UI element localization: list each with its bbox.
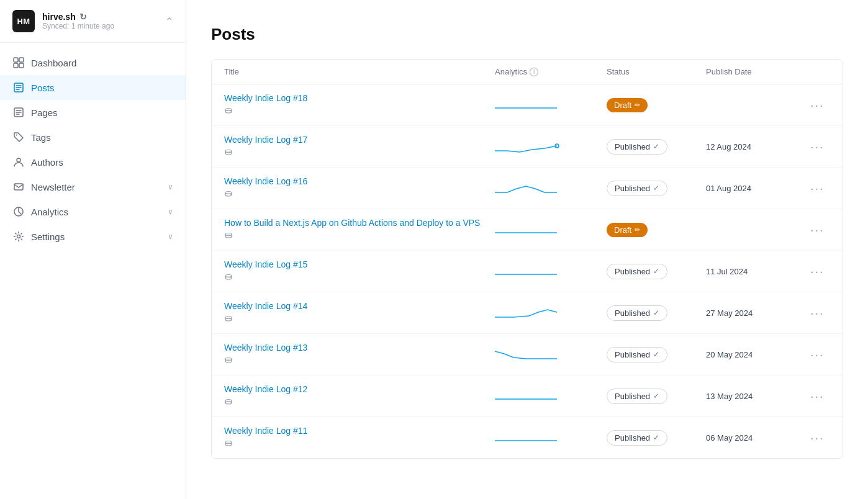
posts-icon <box>12 81 25 94</box>
post-title-cell: Weekly Indie Log #15 <box>224 259 495 283</box>
post-type-icon <box>224 439 233 449</box>
sidebar-item-label: Authors <box>31 157 173 168</box>
post-title-link[interactable]: Weekly Indie Log #11 <box>224 426 495 436</box>
table-row: Weekly Indie Log #14 Published ✓ 27 May … <box>212 292 843 334</box>
row-actions: ··· <box>805 179 830 198</box>
edit-icon: ✏ <box>635 101 640 109</box>
sidebar-item-label: Posts <box>31 83 173 93</box>
sidebar-item-label: Settings <box>31 232 161 242</box>
post-title-link[interactable]: Weekly Indie Log #13 <box>224 343 495 353</box>
check-icon: ✓ <box>653 350 659 359</box>
sync-icon: ↻ <box>79 12 87 22</box>
analytics-sparkline <box>495 428 607 447</box>
more-options-button[interactable]: ··· <box>805 428 830 447</box>
edit-icon: ✏ <box>635 226 640 234</box>
status-cell: Draft ✏ <box>607 223 706 237</box>
published-badge: Published ✓ <box>607 389 667 404</box>
settings-icon <box>12 230 25 243</box>
analytics-icon <box>12 205 25 218</box>
sidebar-item-label: Newsletter <box>31 182 161 192</box>
post-title-link[interactable]: Weekly Indie Log #14 <box>224 301 495 311</box>
status-cell: Published ✓ <box>607 305 706 321</box>
post-title-link[interactable]: How to Build a Next.js App on Github Act… <box>224 218 495 228</box>
post-title-link[interactable]: Weekly Indie Log #15 <box>224 259 495 269</box>
post-title-cell: Weekly Indie Log #12 <box>224 384 495 408</box>
status-cell: Published ✓ <box>607 430 706 446</box>
sidebar-item-settings[interactable]: Settings ∨ <box>0 224 186 249</box>
sidebar-item-authors[interactable]: Authors <box>0 150 186 174</box>
post-title-cell: How to Build a Next.js App on Github Act… <box>224 218 495 241</box>
sidebar-item-dashboard[interactable]: Dashboard <box>0 50 186 75</box>
check-icon: ✓ <box>653 142 659 151</box>
more-options-button[interactable]: ··· <box>805 137 830 156</box>
publish-date: 13 May 2024 <box>706 392 805 401</box>
workspace-header[interactable]: HM hirve.sh ↻ Synced: 1 minute ago ⌃ <box>0 0 186 43</box>
post-title-cell: Weekly Indie Log #18 <box>224 93 495 117</box>
analytics-sparkline <box>495 179 607 197</box>
row-actions: ··· <box>805 303 830 323</box>
status-cell: Published ✓ <box>607 347 706 362</box>
row-actions: ··· <box>805 387 830 406</box>
more-options-button[interactable]: ··· <box>805 387 830 406</box>
page-title: Posts <box>211 25 843 44</box>
draft-badge: Draft ✏ <box>607 223 648 237</box>
post-title-link[interactable]: Weekly Indie Log #16 <box>224 176 495 186</box>
check-icon: ✓ <box>653 433 659 442</box>
table-row: Weekly Indie Log #13 Published ✓ 20 May … <box>212 334 843 375</box>
sidebar-item-pages[interactable]: Pages <box>0 100 186 125</box>
post-title-cell: Weekly Indie Log #11 <box>224 426 495 449</box>
post-title-link[interactable]: Weekly Indie Log #18 <box>224 93 495 103</box>
post-type-icon <box>224 148 233 158</box>
status-cell: Published ✓ <box>607 139 706 155</box>
published-badge: Published ✓ <box>607 181 667 196</box>
check-icon: ✓ <box>653 308 659 317</box>
analytics-sparkline <box>495 220 607 239</box>
sidebar-item-posts[interactable]: Posts <box>0 75 186 100</box>
table-row: Weekly Indie Log #16 Published ✓ 01 Aug … <box>212 168 843 209</box>
sidebar: HM hirve.sh ↻ Synced: 1 minute ago ⌃ <box>0 0 186 499</box>
svg-point-12 <box>16 135 17 136</box>
post-title-cell: Weekly Indie Log #13 <box>224 343 495 366</box>
col-actions <box>805 67 830 76</box>
table-header: Title Analytics i Status Publish Date <box>212 60 843 84</box>
status-cell: Published ✓ <box>607 181 706 196</box>
sidebar-item-tags[interactable]: Tags <box>0 125 186 150</box>
row-actions: ··· <box>805 428 830 447</box>
sidebar-item-analytics[interactable]: Analytics ∨ <box>0 199 186 224</box>
post-type-icon <box>224 272 233 282</box>
workspace-name: hirve.sh ↻ <box>42 12 114 22</box>
col-status: Status <box>607 67 706 76</box>
status-cell: Published ✓ <box>607 264 706 279</box>
post-type-icon <box>224 231 233 241</box>
post-type-icon <box>224 189 233 199</box>
svg-rect-2 <box>14 63 18 68</box>
svg-rect-14 <box>14 184 23 190</box>
sidebar-item-newsletter[interactable]: Newsletter ∨ <box>0 174 186 199</box>
table-row: Weekly Indie Log #17 Published ✓ 12 Aug … <box>212 126 843 168</box>
dashboard-icon <box>12 56 25 69</box>
workspace-chevron-icon: ⌃ <box>165 16 173 27</box>
row-actions: ··· <box>805 137 830 156</box>
published-badge: Published ✓ <box>607 430 667 446</box>
table-row: Weekly Indie Log #12 Published ✓ 13 May … <box>212 375 843 417</box>
post-title-link[interactable]: Weekly Indie Log #17 <box>224 135 495 145</box>
main-content: Posts Title Analytics i Status Publish D… <box>186 0 868 499</box>
post-type-icon <box>224 106 233 116</box>
more-options-button[interactable]: ··· <box>805 220 830 240</box>
sidebar-item-label: Tags <box>31 132 173 143</box>
more-options-button[interactable]: ··· <box>805 303 830 323</box>
workspace-left: HM hirve.sh ↻ Synced: 1 minute ago <box>12 10 114 32</box>
svg-point-13 <box>17 158 20 162</box>
post-title-link[interactable]: Weekly Indie Log #12 <box>224 384 495 394</box>
row-actions: ··· <box>805 96 830 115</box>
analytics-sparkline <box>495 387 607 405</box>
publish-date: 27 May 2024 <box>706 308 805 318</box>
post-title-cell: Weekly Indie Log #14 <box>224 301 495 325</box>
more-options-button[interactable]: ··· <box>805 262 830 281</box>
tags-icon <box>12 131 25 143</box>
more-options-button[interactable]: ··· <box>805 179 830 198</box>
analytics-info-icon[interactable]: i <box>530 68 538 76</box>
posts-table: Title Analytics i Status Publish Date We… <box>211 59 843 459</box>
more-options-button[interactable]: ··· <box>805 96 830 115</box>
more-options-button[interactable]: ··· <box>805 345 830 364</box>
